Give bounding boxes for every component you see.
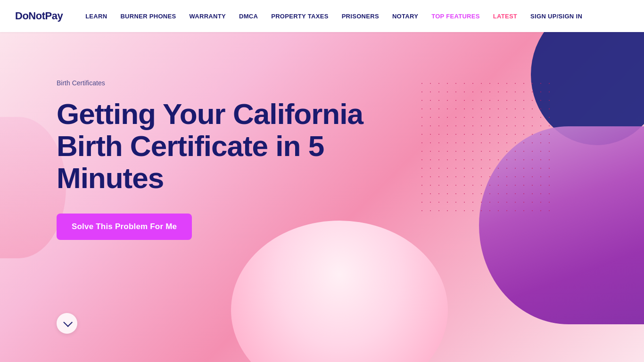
nav-link-top-features[interactable]: TOP FEATURES xyxy=(431,13,480,20)
dot-pattern-inner xyxy=(418,79,550,211)
hero-content: Birth Certificates Getting Your Californ… xyxy=(57,79,387,240)
nav-item-prisoners[interactable]: PRISONERS xyxy=(342,12,379,20)
nav-link-notary[interactable]: NOTARY xyxy=(392,13,418,20)
nav-item-property-taxes[interactable]: PROPERTY TAXES xyxy=(271,12,328,20)
nav-item-top-features[interactable]: TOP FEATURES xyxy=(431,12,480,20)
nav-item-learn[interactable]: LEARN xyxy=(85,12,107,20)
nav-item-burner-phones[interactable]: BURNER PHONES xyxy=(120,12,176,20)
nav-links: LEARN BURNER PHONES WARRANTY DMCA PROPER… xyxy=(85,12,629,20)
dot-pattern-decoration xyxy=(418,79,550,211)
hero-section: Birth Certificates Getting Your Californ… xyxy=(0,32,644,362)
nav-item-notary[interactable]: NOTARY xyxy=(392,12,418,20)
logo[interactable]: DoNotPay xyxy=(15,10,63,22)
chevron-down-icon xyxy=(63,318,73,327)
solve-problem-button[interactable]: Solve This Problem For Me xyxy=(57,214,192,240)
nav-item-sign-in[interactable]: SIGN UP/SIGN IN xyxy=(530,12,582,20)
blob-left-decoration xyxy=(0,117,66,258)
nav-link-burner-phones[interactable]: BURNER PHONES xyxy=(120,13,176,20)
navbar: DoNotPay LEARN BURNER PHONES WARRANTY DM… xyxy=(0,0,644,32)
nav-item-dmca[interactable]: DMCA xyxy=(239,12,258,20)
nav-link-sign-in[interactable]: SIGN UP/SIGN IN xyxy=(530,13,582,20)
breadcrumb: Birth Certificates xyxy=(57,79,387,87)
nav-link-prisoners[interactable]: PRISONERS xyxy=(342,13,379,20)
nav-link-latest[interactable]: LATEST xyxy=(493,13,517,20)
blob-pink-circle-decoration xyxy=(231,221,448,362)
nav-link-dmca[interactable]: DMCA xyxy=(239,13,258,20)
nav-link-warranty[interactable]: WARRANTY xyxy=(189,13,226,20)
nav-item-latest[interactable]: LATEST xyxy=(493,12,517,20)
scroll-down-button[interactable] xyxy=(57,313,77,334)
nav-link-property-taxes[interactable]: PROPERTY TAXES xyxy=(271,13,328,20)
hero-title: Getting Your California Birth Certificat… xyxy=(57,98,387,195)
nav-link-learn[interactable]: LEARN xyxy=(85,13,107,20)
nav-item-warranty[interactable]: WARRANTY xyxy=(189,12,226,20)
